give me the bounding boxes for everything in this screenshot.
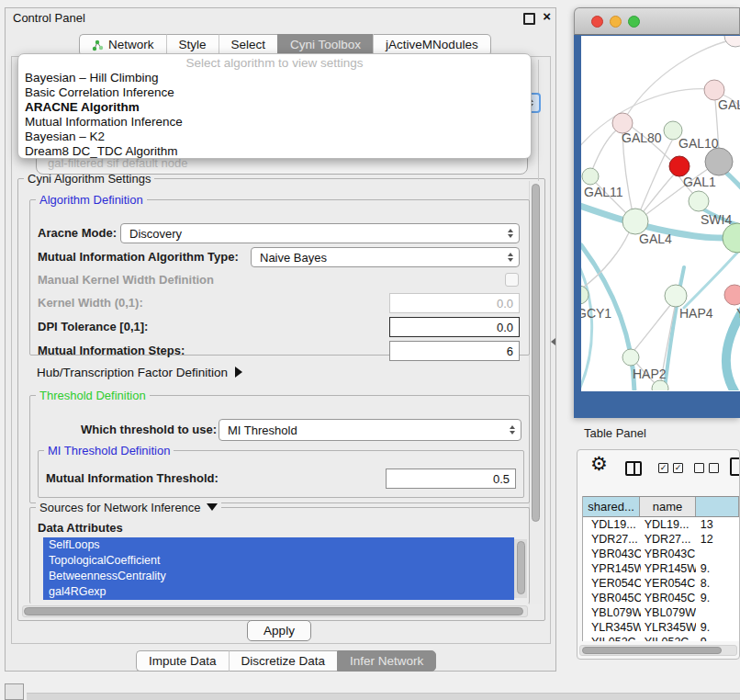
sources-group-title[interactable]: Sources for Network Inference (36, 501, 221, 514)
tab-label: Infer Network (350, 651, 423, 672)
table-row[interactable]: YPR145WYPR145W9. (583, 561, 739, 576)
algorithm-option[interactable]: Dream8 DC_TDC Algorithm (18, 144, 531, 159)
network-window-titlebar[interactable] (574, 7, 740, 35)
table-cell: 9 (696, 635, 739, 641)
aracne-mode-combo[interactable]: Discovery (120, 223, 520, 243)
attributes-scrollbar[interactable] (514, 539, 527, 598)
table-cell: YDL19... (583, 517, 641, 532)
mi-steps-field[interactable]: 6 (389, 341, 520, 361)
node-label: GCY1 (581, 306, 611, 321)
mi-threshold-group-title: MI Threshold Definition (44, 444, 174, 457)
which-threshold-combo[interactable]: MI Threshold (219, 419, 521, 441)
table-cell: YDL19... (641, 517, 696, 532)
attributes-scrollbar-thumb[interactable] (517, 541, 525, 594)
hub-definition-toggle[interactable]: Hub/Transcription Factor Definition (37, 366, 242, 379)
node-label: GAL10 (678, 136, 719, 151)
network-node[interactable] (622, 209, 648, 234)
table-row[interactable]: YER054CYER054C8. (583, 576, 739, 591)
close-traffic-light-icon[interactable] (591, 16, 603, 28)
network-edge[interactable] (581, 256, 592, 390)
close-icon[interactable]: × (543, 9, 551, 24)
tab-label: Style (179, 35, 207, 55)
column-header[interactable]: shared... (583, 497, 640, 516)
algorithm-option[interactable]: Bayesian – K2 (18, 130, 531, 144)
table-hscrollbar-thumb[interactable] (582, 647, 722, 654)
settings-hscrollbar-thumb[interactable] (24, 607, 523, 615)
node-label: GAL (718, 97, 740, 112)
dpi-tolerance-field[interactable]: 0.0 (389, 317, 520, 337)
network-node[interactable] (665, 285, 687, 307)
select-all-checkboxes-icon[interactable]: ✓ ✓ (658, 463, 683, 473)
network-node[interactable] (724, 36, 740, 47)
mi-threshold-field[interactable]: 0.5 (386, 469, 516, 489)
table-cell: YLR345W (583, 620, 641, 635)
data-attribute-item[interactable]: gal4RGexp (43, 584, 514, 600)
gear-icon[interactable]: ⚙ (590, 453, 608, 475)
network-canvas[interactable]: GALGAL80GAL10GAL11GAL1SWI4GAL4GCY1HAP4YH… (581, 36, 740, 391)
table-row[interactable]: YDL19...YDL19...13 (583, 517, 739, 532)
aracne-mode-value: Discovery (129, 227, 182, 241)
network-node[interactable] (669, 156, 690, 176)
sources-title-text: Sources for Network Inference (39, 501, 201, 514)
settings-scrollbar-thumb[interactable] (532, 184, 540, 522)
column-header[interactable] (696, 497, 739, 516)
split-pane-handle[interactable] (551, 338, 555, 345)
stepper-icon[interactable] (508, 253, 513, 262)
column-header[interactable]: name (640, 497, 696, 516)
table-row[interactable]: YBR045CYBR045C9. (583, 591, 739, 605)
algorithm-option[interactable]: Mutual Information Inference (18, 115, 531, 130)
network-edge[interactable] (634, 304, 671, 350)
table-row[interactable]: YBL079WYBL079W (583, 605, 739, 620)
bottom-tab-infer-network[interactable]: Infer Network (337, 650, 436, 672)
algorithm-option[interactable]: Basic Correlation Inference (18, 85, 531, 100)
table-row[interactable]: YLR345WYLR345W9. (583, 620, 739, 635)
zoom-traffic-light-icon[interactable] (628, 16, 640, 28)
kernel-width-field: 0.0 (389, 293, 520, 313)
mi-steps-value: 6 (507, 344, 513, 358)
network-node[interactable] (723, 223, 740, 253)
manual-kernel-label: Manual Kernel Width Definition (38, 271, 214, 289)
table-row[interactable]: YDR27...YDR27...12 (583, 532, 739, 547)
stepper-icon[interactable] (508, 229, 513, 238)
algorithm-option[interactable]: Bayesian – Hill Climbing (18, 71, 531, 85)
node-attribute-table[interactable]: shared...name YDL19...YDL19...13YDR27...… (582, 496, 739, 641)
table-cell: YBR045C (641, 591, 696, 605)
data-attribute-item[interactable]: SelfLoops (43, 537, 514, 553)
bottom-tab-impute-data[interactable]: Impute Data (136, 650, 229, 672)
stepper-icon[interactable] (510, 425, 515, 435)
apply-button[interactable]: Apply (247, 620, 311, 641)
document-icon[interactable] (730, 457, 740, 476)
table-cell: 9. (696, 591, 739, 605)
table-cell: 8. (696, 576, 739, 591)
network-edge[interactable] (622, 134, 633, 218)
table-row[interactable]: YIL052CYIL052C9 (583, 635, 739, 641)
network-node[interactable] (582, 168, 599, 185)
unchecked-box-icon (694, 463, 704, 473)
table-cell: 13 (696, 517, 739, 532)
network-edge[interactable] (638, 141, 672, 216)
table-horizontal-scrollbar[interactable] (579, 645, 737, 656)
data-attributes-label: Data Attributes (38, 521, 123, 535)
settings-horizontal-scrollbar[interactable] (22, 605, 528, 617)
deselect-all-checkboxes-icon[interactable] (694, 463, 719, 473)
settings-vertical-scrollbar[interactable] (529, 181, 543, 604)
split-columns-icon[interactable] (625, 461, 642, 476)
network-node[interactable] (705, 148, 733, 175)
network-edge[interactable] (592, 130, 616, 170)
network-node[interactable] (724, 285, 740, 305)
minimize-traffic-light-icon[interactable] (610, 16, 622, 28)
network-node[interactable] (689, 191, 709, 211)
data-attribute-item[interactable]: TopologicalCoefficient (43, 553, 514, 569)
tab-label: jActiveMNodules (386, 35, 478, 55)
minimized-window-icon[interactable] (5, 683, 24, 700)
table-row[interactable]: YBR043CYBR043C (583, 547, 739, 561)
float-window-icon[interactable] (523, 13, 535, 25)
network-node[interactable] (622, 349, 639, 366)
algorithm-option[interactable]: ARACNE Algorithm (18, 100, 531, 115)
mi-type-combo[interactable]: Naive Bayes (251, 247, 520, 267)
bottom-tab-discretize-data[interactable]: Discretize Data (229, 650, 338, 672)
manual-kernel-checkbox[interactable] (505, 273, 519, 287)
data-attribute-item[interactable]: BetweennessCentrality (43, 569, 514, 584)
table-cell: YER054C (583, 576, 641, 591)
network-edge[interactable] (640, 174, 675, 216)
